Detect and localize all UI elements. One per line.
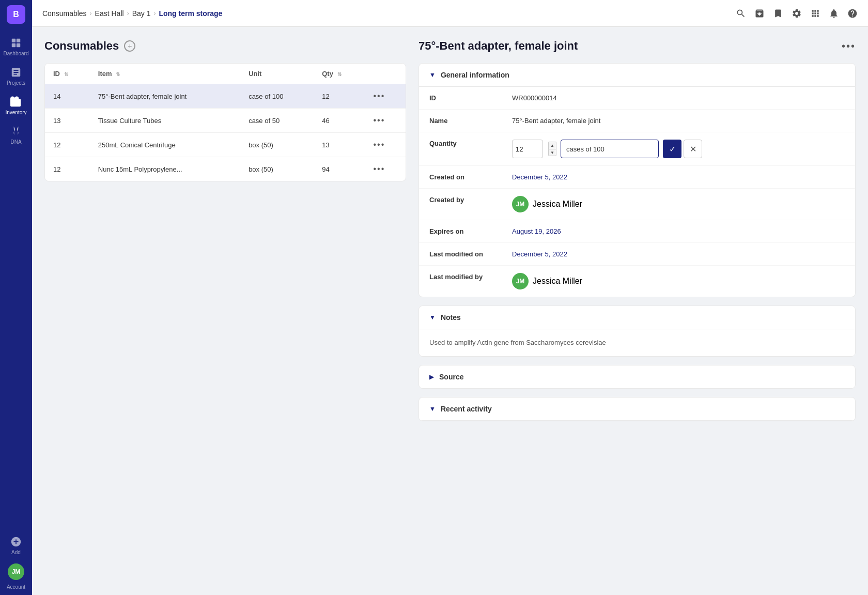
- search-icon[interactable]: [736, 8, 746, 19]
- row-qty: 94: [314, 157, 365, 181]
- sidebar-item-projects-label: Projects: [7, 80, 25, 86]
- name-value: 75°-Bent adapter, female joint: [512, 117, 845, 125]
- dashboard-icon: [10, 37, 22, 49]
- col-actions: [365, 64, 406, 84]
- row-more[interactable]: •••: [365, 157, 406, 181]
- quantity-unit-input[interactable]: [561, 140, 659, 158]
- created-by-value: JM Jessica Miller: [512, 196, 582, 212]
- row-unit: case of 50: [240, 109, 314, 133]
- quantity-edit-container: ▲ ▼ ✓ ✕: [512, 140, 702, 158]
- row-more[interactable]: •••: [365, 84, 406, 109]
- row-unit: case of 100: [240, 84, 314, 109]
- svg-rect-3: [17, 43, 20, 47]
- row-id: 12: [45, 133, 90, 157]
- sidebar: B Dashboard Projects Inventory DNA Add: [0, 0, 32, 595]
- sidebar-item-projects[interactable]: Projects: [0, 62, 32, 91]
- breadcrumb-consumables[interactable]: Consumables: [42, 9, 87, 18]
- row-more[interactable]: •••: [365, 133, 406, 157]
- created-on-value: December 5, 2022: [512, 173, 845, 181]
- row-item: Nunc 15mL Polypropylene...: [90, 157, 240, 181]
- panel-title-row: Consumables +: [44, 39, 406, 53]
- created-by-label: Created by: [429, 196, 512, 204]
- row-id: 14: [45, 84, 90, 109]
- qty-increment-button[interactable]: ▲: [548, 142, 556, 149]
- recent-activity-title: Recent activity: [441, 405, 492, 413]
- topbar-icons: [736, 8, 858, 19]
- row-unit: box (50): [240, 157, 314, 181]
- breadcrumb-bay-1[interactable]: Bay 1: [132, 9, 151, 18]
- item-sort-icon: ⇅: [116, 71, 120, 77]
- quantity-confirm-button[interactable]: ✓: [663, 140, 681, 158]
- col-id[interactable]: ID ⇅: [45, 64, 90, 84]
- bookmark-icon[interactable]: [773, 8, 783, 19]
- general-info-chevron: ▼: [429, 71, 436, 79]
- table-row[interactable]: 12 250mL Conical Centrifuge box (50) 13 …: [45, 133, 406, 157]
- qty-decrement-button[interactable]: ▼: [548, 149, 556, 156]
- sidebar-item-dashboard[interactable]: Dashboard: [0, 32, 32, 62]
- source-chevron: ▶: [429, 373, 434, 380]
- col-qty[interactable]: Qty ⇅: [314, 64, 365, 84]
- add-icon: [10, 536, 22, 547]
- quantity-cancel-button[interactable]: ✕: [684, 140, 702, 158]
- main: Consumables › East Hall › Bay 1 › Long t…: [32, 0, 868, 595]
- col-item[interactable]: Item ⇅: [90, 64, 240, 84]
- quantity-action-buttons: ✓ ✕: [663, 140, 702, 158]
- avatar[interactable]: JM: [8, 563, 24, 580]
- bell-icon[interactable]: [829, 8, 839, 19]
- box-icon[interactable]: [754, 8, 765, 19]
- created-by-avatar: JM: [512, 196, 529, 212]
- svg-rect-0: [12, 39, 16, 42]
- quantity-label: Quantity: [429, 140, 512, 147]
- right-panel-title: 75°-Bent adapter, female joint: [419, 39, 578, 53]
- projects-icon: [10, 67, 22, 78]
- row-unit: box (50): [240, 133, 314, 157]
- sidebar-item-dna-label: DNA: [10, 139, 21, 145]
- row-qty: 13: [314, 133, 365, 157]
- gear-icon[interactable]: [792, 8, 802, 19]
- row-id: 12: [45, 157, 90, 181]
- app-logo[interactable]: B: [7, 5, 25, 24]
- notes-title: Notes: [441, 313, 461, 322]
- breadcrumb-east-hall[interactable]: East Hall: [95, 9, 124, 18]
- quantity-row: Quantity ▲ ▼ ✓ ✕: [419, 132, 855, 166]
- table-row[interactable]: 14 75°-Bent adapter, female joint case o…: [45, 84, 406, 109]
- col-unit[interactable]: Unit: [240, 64, 314, 84]
- row-more[interactable]: •••: [365, 109, 406, 133]
- breadcrumb-current: Long term storage: [159, 9, 222, 18]
- table-header-row: ID ⇅ Item ⇅ Unit Qty: [45, 64, 406, 84]
- source-card: ▶ Source: [419, 365, 856, 389]
- add-button[interactable]: Add: [7, 532, 25, 559]
- svg-rect-2: [12, 43, 16, 47]
- detail-more-button[interactable]: •••: [842, 40, 856, 52]
- sidebar-bottom: Add JM Account: [0, 532, 32, 590]
- notes-header[interactable]: ▼ Notes: [419, 306, 855, 329]
- last-modified-on-row: Last modified on December 5, 2022: [419, 243, 855, 266]
- right-panel-header: 75°-Bent adapter, female joint •••: [419, 39, 856, 53]
- sidebar-item-inventory[interactable]: Inventory: [0, 91, 32, 120]
- table-row[interactable]: 13 Tissue Culture Tubes case of 50 46 ••…: [45, 109, 406, 133]
- sidebar-item-dna[interactable]: DNA: [0, 120, 32, 150]
- expires-on-value: August 19, 2026: [512, 227, 845, 235]
- sidebar-item-dashboard-label: Dashboard: [4, 51, 29, 56]
- source-header[interactable]: ▶ Source: [419, 365, 855, 388]
- created-on-label: Created on: [429, 173, 512, 181]
- grid-icon[interactable]: [810, 8, 820, 19]
- add-consumable-button[interactable]: +: [124, 40, 135, 52]
- name-row: Name 75°-Bent adapter, female joint: [419, 110, 855, 132]
- help-icon[interactable]: [847, 8, 858, 19]
- recent-activity-header[interactable]: ▼ Recent activity: [419, 398, 855, 421]
- quantity-number-input[interactable]: [512, 140, 543, 158]
- content: Consumables + ID ⇅ Item ⇅: [32, 27, 868, 595]
- last-modified-on-value: December 5, 2022: [512, 250, 845, 258]
- table-row[interactable]: 12 Nunc 15mL Polypropylene... box (50) 9…: [45, 157, 406, 181]
- svg-rect-1: [17, 39, 20, 42]
- qty-sort-icon: ⇅: [337, 71, 342, 77]
- breadcrumb-sep-2: ›: [127, 10, 129, 17]
- sidebar-item-inventory-label: Inventory: [5, 110, 26, 115]
- consumables-table: ID ⇅ Item ⇅ Unit Qty: [44, 63, 406, 181]
- id-label: ID: [429, 94, 512, 102]
- account-label: Account: [7, 584, 25, 590]
- general-info-header[interactable]: ▼ General information: [419, 64, 855, 87]
- row-item: Tissue Culture Tubes: [90, 109, 240, 133]
- id-value: WR000000014: [512, 94, 845, 102]
